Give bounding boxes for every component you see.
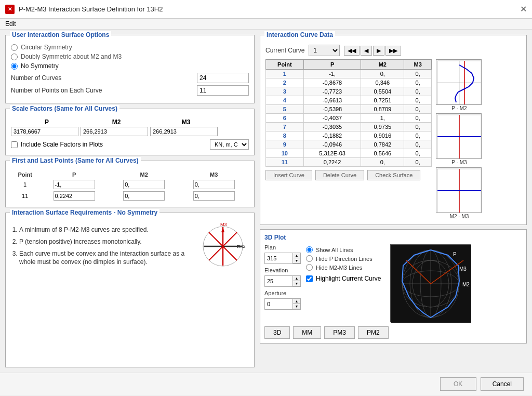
row-m2: 0,5504: [361, 87, 404, 96]
hide-p-lines-radio[interactable]: Hide P Direction Lines: [306, 255, 381, 262]
row-m2: 0,346: [361, 78, 404, 87]
row-point: 1: [266, 70, 304, 78]
mini-plot-m2m3: [436, 167, 482, 213]
svg-text:M2: M2: [239, 244, 246, 249]
show-all-lines-radio[interactable]: Show All Lines: [306, 246, 381, 253]
pt-col-p: P: [39, 170, 109, 179]
pt-row2-p[interactable]: [54, 191, 95, 201]
col-m2: M2: [361, 60, 404, 70]
num-points-input[interactable]: [197, 85, 249, 96]
row-m3: 0,: [404, 87, 432, 96]
row-m3: 0,: [404, 123, 432, 131]
pt-row1-p[interactable]: [54, 180, 95, 189]
nav-first-button[interactable]: ◀◀: [344, 46, 360, 56]
table-row: 9 -0,0946 0,7842 0,: [266, 140, 432, 149]
row-point: 4: [266, 96, 304, 105]
radio-no-symmetry-input[interactable]: [11, 63, 18, 70]
radio-doubly[interactable]: Doubly Symmetric about M2 and M3: [11, 53, 249, 60]
elevation-up-button[interactable]: ▲: [293, 276, 300, 281]
radio-circular[interactable]: Circular Symmetry: [11, 44, 249, 51]
pt-col-m3: M3: [179, 170, 249, 179]
m2m3-label: M2 - M3: [436, 214, 483, 219]
row-p: -0,1882: [303, 131, 361, 140]
scale-m3-input[interactable]: [150, 127, 218, 136]
user-options-title: User Interaction Surface Options: [10, 31, 111, 38]
svg-rect-9: [436, 60, 482, 105]
first-last-title: First and Last Points (Same for All Curv…: [10, 157, 141, 164]
aperture-up-button[interactable]: ▲: [293, 299, 300, 304]
cancel-button[interactable]: Cancel: [481, 377, 524, 391]
radio-doubly-input[interactable]: [11, 54, 18, 60]
aperture-label: Aperture: [264, 290, 301, 296]
table-row: 6 -0,4037 1, 0,: [266, 114, 432, 123]
requirements-group: Interaction Surface Requirements - No Sy…: [5, 213, 255, 367]
svg-text:M3: M3: [220, 223, 227, 227]
compass-icon: M2 M3: [200, 223, 246, 270]
delete-curve-button[interactable]: Delete Curve: [315, 170, 364, 180]
plan-up-button[interactable]: ▲: [293, 253, 300, 258]
row-p: 5,312E-03: [303, 149, 361, 158]
req-item-1: A minimum of 8 P-M2-M3 curves are specif…: [19, 226, 192, 234]
row-p: -0,4037: [303, 114, 361, 123]
row-m2: 0,: [361, 158, 404, 167]
row-m3: 0,: [404, 78, 432, 87]
units-select[interactable]: KN, m, C: [210, 139, 249, 150]
scale-m2-input[interactable]: [81, 127, 148, 136]
pt-row2-m2[interactable]: [123, 191, 165, 201]
pt-row1-m3[interactable]: [193, 180, 235, 189]
nav-last-button[interactable]: ▶▶: [385, 46, 401, 56]
pm3-chart-icon: [436, 114, 482, 159]
show-all-lines-label: Show All Lines: [316, 247, 353, 253]
current-curve-label: Current Curve: [265, 47, 304, 54]
insert-curve-button[interactable]: Insert Curve: [265, 170, 312, 180]
pt-row2-m3[interactable]: [193, 191, 235, 201]
col-point: Point: [266, 60, 304, 70]
num-points-label: Number of Points on Each Curve: [11, 87, 102, 94]
plot-3d-title: 3D Plot: [264, 234, 522, 241]
num-curves-input[interactable]: [197, 73, 249, 83]
hide-p-lines-input[interactable]: [306, 255, 313, 262]
elevation-input[interactable]: [264, 275, 293, 287]
row-m3: 0,: [404, 131, 432, 140]
menu-edit[interactable]: Edit: [5, 20, 16, 28]
hide-m2m3-lines-radio[interactable]: Hide M2-M3 Lines: [306, 264, 381, 271]
nav-prev-button[interactable]: ◀: [361, 46, 372, 56]
curve-data-table: Point P M2 M3 1 -1, 0, 0, 2 -0,8678 0: [265, 59, 432, 167]
col-m3: M3: [404, 60, 432, 70]
btn-mm[interactable]: MM: [293, 326, 321, 339]
table-row: 11 0,2242 0, 0,: [266, 158, 432, 167]
window-title: P-M2-M3 Interaction Surface Definition f…: [19, 5, 163, 13]
row-m2: 1,: [361, 114, 404, 123]
elevation-down-button[interactable]: ▼: [293, 281, 300, 286]
check-surface-button[interactable]: Check Surface: [367, 170, 420, 180]
btn-pm3[interactable]: PM3: [324, 326, 355, 339]
show-all-lines-input[interactable]: [306, 246, 313, 253]
close-button[interactable]: ✕: [520, 4, 527, 14]
hide-m2m3-lines-input[interactable]: [306, 264, 313, 271]
pt-row1-m2[interactable]: [123, 180, 165, 189]
row-p: -0,7723: [303, 87, 361, 96]
row-p: -0,3035: [303, 123, 361, 131]
elevation-label: Elevation: [264, 267, 301, 273]
row-m3: 0,: [404, 70, 432, 78]
nav-next-button[interactable]: ▶: [373, 46, 384, 56]
btn-3d[interactable]: 3D: [264, 326, 290, 339]
radio-circular-label: Circular Symmetry: [21, 44, 72, 51]
current-curve-select[interactable]: 1: [309, 45, 340, 56]
menu-bar: Edit: [0, 19, 532, 30]
highlight-checkbox[interactable]: [306, 275, 313, 282]
row-m2: 0,9016: [361, 131, 404, 140]
ok-button[interactable]: OK: [440, 377, 476, 391]
aperture-input[interactable]: [264, 298, 293, 310]
highlight-checkbox-row[interactable]: Highlight Current Curve: [306, 275, 381, 282]
radio-no-symmetry[interactable]: No Symmetry: [11, 62, 249, 70]
btn-pm2[interactable]: PM2: [358, 326, 389, 339]
radio-circular-input[interactable]: [11, 44, 18, 51]
row-m2: 0,: [361, 70, 404, 78]
scale-p-input[interactable]: [11, 127, 78, 136]
mini-plot-pm2: [436, 59, 482, 105]
plan-input[interactable]: [264, 253, 293, 264]
plan-down-button[interactable]: ▼: [293, 258, 300, 263]
scale-checkbox[interactable]: [11, 141, 18, 148]
aperture-down-button[interactable]: ▼: [293, 304, 300, 309]
